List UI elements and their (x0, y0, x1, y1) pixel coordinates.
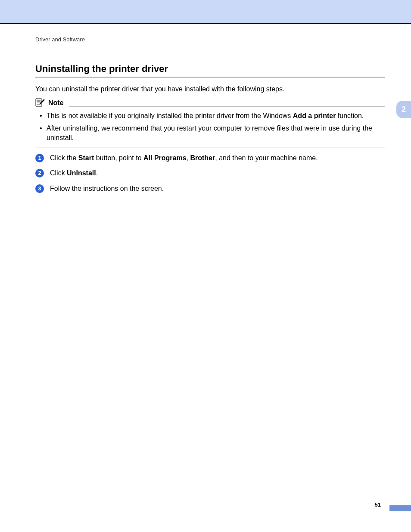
section-title: Uninstalling the printer driver (35, 62, 385, 75)
note-item: This is not available if you originally … (40, 111, 385, 121)
step-text: Click the Start button, point to All Pro… (50, 153, 318, 163)
note-header-line (69, 106, 385, 106)
step-number-badge: 2 (35, 169, 44, 177)
page-number: 51 (375, 501, 381, 509)
step-text-part: button, point to (94, 154, 143, 162)
breadcrumb: Driver and Software (35, 36, 385, 44)
note-item-bold: Add a printer (293, 112, 336, 119)
note-item-text: function. (336, 112, 364, 119)
header-bar (0, 0, 411, 23)
title-rule (35, 77, 385, 78)
step-text-part: Click (50, 169, 67, 177)
steps: 1 Click the Start button, point to All P… (35, 153, 385, 193)
step-text-part: Follow the instructions on the screen. (50, 185, 164, 192)
note-header: Note (35, 98, 385, 108)
note-box: Note This is not available if you origin… (35, 98, 385, 147)
note-item-text: This is not available if you originally … (47, 112, 293, 119)
step-text-part: . (96, 169, 98, 177)
note-list: This is not available if you originally … (40, 111, 385, 143)
step-text: Click UnInstall. (50, 168, 98, 178)
step-text-bold: Brother (190, 154, 215, 162)
chapter-tab: 2 (396, 101, 411, 118)
step-text-part: , and then to your machine name. (215, 154, 318, 162)
step-text-part: Click the (50, 154, 78, 162)
step-number-badge: 3 (35, 184, 44, 193)
note-label: Note (48, 98, 64, 108)
footer-accent (389, 505, 411, 511)
step-text-bold: UnInstall (67, 169, 96, 177)
step: 2 Click UnInstall. (35, 168, 385, 178)
step-text: Follow the instructions on the screen. (50, 184, 164, 193)
intro-text: You can uninstall the printer driver tha… (35, 84, 385, 94)
note-item: After uninstalling, we recommend that yo… (40, 124, 385, 142)
step-text-bold: Start (78, 154, 94, 162)
step: 3 Follow the instructions on the screen. (35, 184, 385, 193)
note-icon (35, 98, 46, 108)
note-footer-rule (35, 147, 385, 147)
note-item-text: After uninstalling, we recommend that yo… (47, 124, 372, 141)
page-content: Driver and Software Uninstalling the pri… (35, 24, 385, 193)
step-text-bold: All Programs (143, 154, 187, 162)
step: 1 Click the Start button, point to All P… (35, 153, 385, 163)
step-number-badge: 1 (35, 154, 44, 162)
